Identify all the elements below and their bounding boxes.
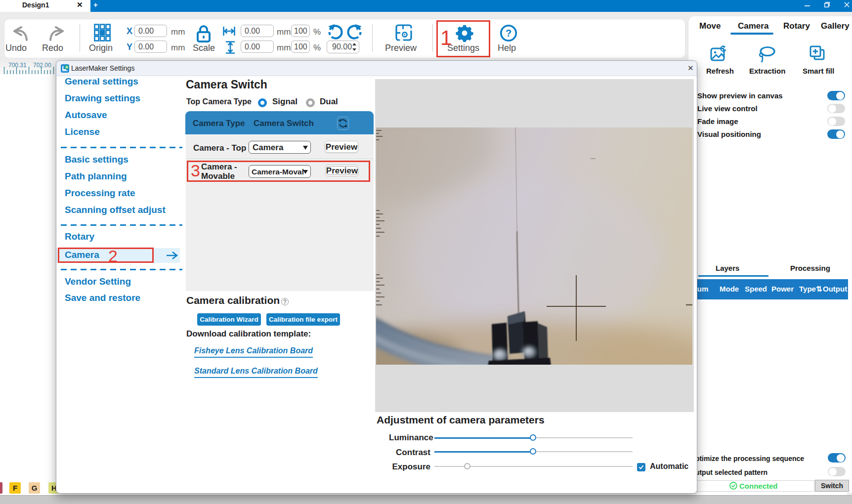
svg-text:N: N (66, 66, 68, 69)
svg-text:?: ? (506, 28, 511, 39)
